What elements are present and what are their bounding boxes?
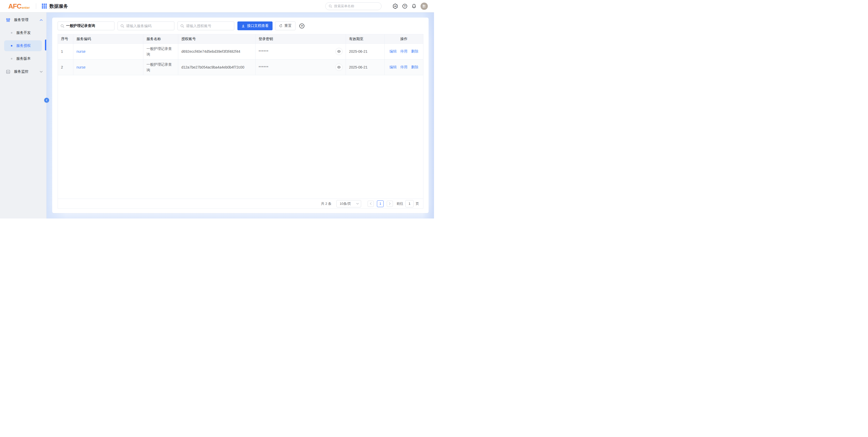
masked-secret: ****** xyxy=(258,49,269,54)
sidebar-item-label: 服务版本 xyxy=(16,56,31,61)
page-size-select[interactable]: 10条/页 xyxy=(336,200,361,207)
goto-label: 前往 xyxy=(397,201,403,206)
svg-text:?: ? xyxy=(301,24,303,27)
edit-link[interactable]: 编辑 xyxy=(390,49,397,54)
auth-account-input[interactable] xyxy=(186,24,231,28)
sidebar: 服务管理 服务开发 服务授权 服务版本 服务监控 xyxy=(0,12,46,218)
service-name-search-box[interactable] xyxy=(58,22,115,30)
search-icon xyxy=(60,24,64,28)
service-code-search-box[interactable] xyxy=(118,22,175,30)
cell-valid-until: 2025-06-21 xyxy=(346,59,385,75)
chevron-down-icon xyxy=(356,203,359,205)
download-icon xyxy=(241,24,245,28)
page-size-value: 10条/页 xyxy=(340,201,351,206)
service-code-input[interactable] xyxy=(126,24,172,28)
disable-link[interactable]: 停用 xyxy=(400,65,408,69)
cell-index: 2 xyxy=(58,59,73,75)
edit-link[interactable]: 编辑 xyxy=(390,65,397,69)
column-header-service-name: 服务名称 xyxy=(144,34,178,44)
bullet-dot-icon xyxy=(11,32,12,34)
sliders-icon xyxy=(6,18,10,22)
logo-text-sub: enter xyxy=(22,6,30,9)
goto-page-input[interactable] xyxy=(405,200,413,207)
cell-service-name: 一般护理记录查询 xyxy=(144,59,178,75)
search-icon xyxy=(120,24,124,28)
delete-link[interactable]: 删除 xyxy=(411,49,418,54)
refresh-icon xyxy=(279,24,283,28)
ai-assistant-icon[interactable]: AI xyxy=(393,3,398,9)
active-menu-indicator xyxy=(45,39,46,51)
chevron-down-icon xyxy=(40,71,43,72)
sidebar-item-service-development[interactable]: 服务开发 xyxy=(4,27,42,38)
help-icon[interactable]: ? xyxy=(402,4,407,9)
column-header-service-code: 服务编码 xyxy=(73,34,144,44)
pagination-bar: 共 2 条 10条/页 1 前往 xyxy=(58,199,423,208)
service-code-link[interactable]: nurse xyxy=(76,65,86,69)
top-header: AFC enter 数据服务 AI ? 数 xyxy=(0,0,434,12)
table-row: 1 nurse 一般护理记录查询 d692eccf40e74d5ebd39ef3… xyxy=(58,44,423,59)
cell-valid-until: 2025-06-21 xyxy=(346,44,385,59)
page-title: 数据服务 xyxy=(49,3,68,9)
filter-bar: 接口文档查看 重置 ? xyxy=(58,22,424,30)
api-doc-view-button[interactable]: 接口文档查看 xyxy=(238,22,273,30)
column-header-actions: 操作 xyxy=(385,34,423,44)
sidebar-item-service-authorization[interactable]: 服务授权 xyxy=(4,40,42,51)
search-icon xyxy=(180,24,184,28)
menu-search-input[interactable] xyxy=(334,4,379,8)
reset-label: 重置 xyxy=(284,24,292,28)
cell-service-name: 一般护理记录查询 xyxy=(144,44,178,59)
sidebar-item-label: 服务开发 xyxy=(16,30,31,35)
chevron-up-icon xyxy=(40,19,43,21)
menu-search-box[interactable] xyxy=(325,2,381,10)
delete-link[interactable]: 删除 xyxy=(411,65,418,69)
sidebar-item-service-version[interactable]: 服务版本 xyxy=(4,53,42,64)
table-row: 2 nurse 一般护理记录查询 d12a7be27b054ac9ba4a4eb… xyxy=(58,59,423,75)
notification-bell-icon[interactable] xyxy=(411,4,416,9)
prev-page-button[interactable] xyxy=(368,201,374,207)
sidebar-group-label: 服务管理 xyxy=(14,18,40,22)
reveal-secret-button[interactable] xyxy=(335,64,343,71)
bullet-dot-icon xyxy=(11,45,12,47)
avatar-initial: 数 xyxy=(423,4,426,8)
cell-auth-account: d12a7be27b054ac9ba4a4eb0b4f72c00 xyxy=(178,59,255,75)
sidebar-group-service-monitor[interactable]: 服务监控 xyxy=(0,66,46,77)
service-name-input[interactable] xyxy=(66,24,112,28)
svg-text:?: ? xyxy=(404,5,406,8)
api-doc-view-label: 接口文档查看 xyxy=(247,24,269,28)
filter-help-icon[interactable]: ? xyxy=(299,23,305,29)
disable-link[interactable]: 停用 xyxy=(400,49,408,54)
app-grid-icon[interactable] xyxy=(42,4,47,8)
service-table: 序号 服务编码 服务名称 授权账号 登录密钥 有效期至 操作 1 nurse 一… xyxy=(58,34,424,209)
svg-text:AI: AI xyxy=(394,5,397,7)
cell-auth-account: d692eccf40e74d5ebd39ef3f3f482f44 xyxy=(178,44,255,59)
logo-text-main: AFC xyxy=(8,3,21,9)
sidebar-item-label: 服务授权 xyxy=(16,43,31,48)
masked-secret: ****** xyxy=(258,65,269,69)
auth-account-search-box[interactable] xyxy=(178,22,234,30)
sidebar-collapse-button[interactable] xyxy=(44,98,49,103)
table-header-row: 序号 服务编码 服务名称 授权账号 登录密钥 有效期至 操作 xyxy=(58,34,423,44)
user-avatar[interactable]: 数 xyxy=(421,3,428,10)
search-icon xyxy=(329,4,332,8)
sidebar-group-service-management[interactable]: 服务管理 xyxy=(0,14,46,25)
reset-button[interactable]: 重置 xyxy=(275,22,296,30)
cell-index: 1 xyxy=(58,44,73,59)
bar-chart-icon xyxy=(6,69,10,74)
column-header-auth-account: 授权账号 xyxy=(178,34,255,44)
column-header-index: 序号 xyxy=(58,34,73,44)
column-header-valid-until: 有效期至 xyxy=(346,34,385,44)
afcenter-logo[interactable]: AFC enter xyxy=(8,3,30,9)
next-page-button[interactable] xyxy=(387,201,393,207)
page-unit-label: 页 xyxy=(416,201,419,206)
service-code-link[interactable]: nurse xyxy=(76,49,86,54)
column-header-login-secret: 登录密钥 xyxy=(255,34,346,44)
total-count-text: 共 2 条 xyxy=(321,201,332,206)
bullet-dot-icon xyxy=(11,58,12,59)
content-background: 接口文档查看 重置 ? 序号 服务编码 服务名称 授权账号 xyxy=(46,12,434,218)
content-card: 接口文档查看 重置 ? 序号 服务编码 服务名称 授权账号 xyxy=(52,18,429,213)
page-number-1[interactable]: 1 xyxy=(377,200,383,207)
reveal-secret-button[interactable] xyxy=(335,48,343,55)
table-empty-area xyxy=(58,75,423,199)
sidebar-group-label: 服务监控 xyxy=(14,69,40,74)
